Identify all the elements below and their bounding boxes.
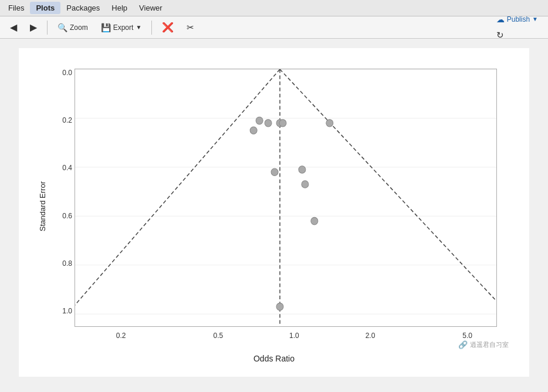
dot-11 <box>326 120 333 127</box>
forward-icon: ▶ <box>30 22 37 33</box>
menu-plots[interactable]: Plots <box>30 2 60 14</box>
back-icon: ◀ <box>10 22 17 33</box>
dot-4 <box>271 168 278 176</box>
clear-button[interactable]: ❌ <box>157 19 179 36</box>
dot-1 <box>250 127 257 134</box>
menu-files[interactable]: Files <box>2 2 30 14</box>
export-icon: 💾 <box>101 23 111 32</box>
dot-8 <box>299 166 306 174</box>
back-button[interactable]: ◀ <box>5 19 22 36</box>
publish-label: Publish <box>507 15 530 23</box>
toolbar: ◀ ▶ 🔍 Zoom 💾 Export ▼ ❌ ✂ ☁ Publish ▼ ↻ <box>0 16 548 39</box>
chart-container: Standard Error <box>33 57 515 368</box>
menu-help[interactable]: Help <box>106 2 133 14</box>
forward-button[interactable]: ▶ <box>25 19 42 36</box>
dot-10 <box>311 217 318 225</box>
publish-button[interactable]: ☁ Publish ▼ <box>491 12 543 27</box>
refresh-icon: ↻ <box>496 30 504 40</box>
x-tick-10: 1.0 <box>289 332 299 340</box>
sep1 <box>47 21 48 35</box>
toolbar-right: ☁ Publish ▼ ↻ <box>491 12 543 43</box>
plot-area: Standard Error <box>19 48 529 377</box>
clear-icon: ❌ <box>162 22 174 33</box>
chart-inner <box>75 69 497 327</box>
y-tick-3: 0.6 <box>62 212 72 220</box>
svg-rect-1 <box>75 69 496 326</box>
dot-2 <box>256 117 263 124</box>
zoom-button[interactable]: 🔍 Zoom <box>52 20 93 35</box>
menu-viewer[interactable]: Viewer <box>133 2 168 14</box>
y-tick-1: 0.2 <box>62 116 72 124</box>
x-tick-05: 0.5 <box>213 332 223 340</box>
dot-3 <box>265 120 272 127</box>
export-button[interactable]: 💾 Export ▼ <box>96 20 147 35</box>
export-label: Export <box>113 23 134 32</box>
menu-bar: Files Plots Packages Help Viewer <box>0 0 548 16</box>
sep2 <box>151 21 152 35</box>
dot-9 <box>302 181 309 188</box>
chart-svg <box>75 69 496 326</box>
x-axis-label: Odds Ratio <box>253 354 295 363</box>
watermark-text: 逍遥君自习室 <box>470 340 509 349</box>
broom-icon: ✂ <box>187 22 194 33</box>
y-tick-0: 0.0 <box>62 69 72 77</box>
x-tick-02: 0.2 <box>116 332 126 340</box>
zoom-icon: 🔍 <box>57 23 67 32</box>
dot-7 <box>279 120 286 127</box>
y-axis-ticks: 0.0 0.2 0.4 0.6 0.8 1.0 <box>51 69 72 315</box>
y-axis-label: Standard Error <box>38 181 47 231</box>
export-dropdown-icon: ▼ <box>136 24 141 31</box>
x-tick-20: 2.0 <box>366 332 376 340</box>
x-tick-50: 5.0 <box>462 332 472 340</box>
zoom-label: Zoom <box>70 23 88 32</box>
broom-button[interactable]: ✂ <box>181 19 199 36</box>
y-tick-2: 0.4 <box>62 164 72 172</box>
x-axis-ticks: 0.2 0.5 1.0 2.0 5.0 <box>75 332 497 343</box>
publish-icon: ☁ <box>496 15 505 24</box>
refresh-button[interactable]: ↻ <box>491 27 509 43</box>
y-tick-5: 1.0 <box>62 307 72 315</box>
watermark: 🔗 逍遥君自习室 <box>458 340 509 349</box>
y-tick-4: 0.8 <box>62 259 72 268</box>
publish-dropdown-icon: ▼ <box>532 16 538 22</box>
dot-5 <box>276 303 283 310</box>
menu-packages[interactable]: Packages <box>60 2 106 14</box>
